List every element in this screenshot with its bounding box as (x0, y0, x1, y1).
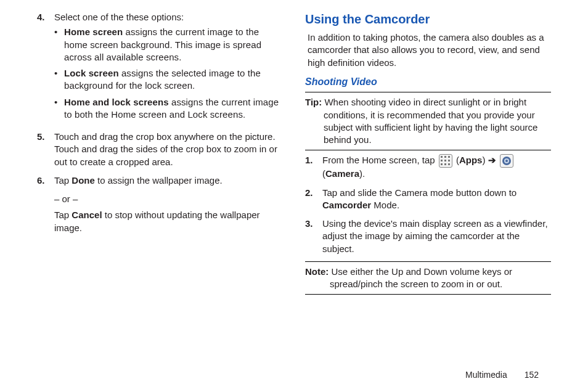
note-lead: Note: (305, 266, 329, 277)
divider (305, 92, 551, 92)
svg-point-11 (505, 160, 508, 162)
step-number: 4. (37, 11, 54, 125)
tip-body: When shooting video in direct sunlight o… (322, 97, 537, 145)
bullet-text: Lock screen assigns the selected image t… (64, 67, 283, 92)
step-r1: 1. From the Home screen, tap (Apps) ➔ (C… (305, 154, 551, 180)
columns: 4. Select one of the these options: • Ho… (37, 11, 551, 298)
note-text: Note: Use either the Up and Down volume … (305, 266, 551, 291)
step-body: Touch and drag the crop box anywhere on … (54, 131, 283, 168)
step-body: Tap and slide the Camera mode button dow… (322, 187, 551, 212)
step-6-done: Done (71, 175, 95, 186)
bullet-text: Home screen assigns the current image to… (64, 26, 283, 63)
bullet-dot: • (54, 96, 64, 121)
apps-icon (439, 154, 452, 168)
manual-page: 4. Select one of the these options: • Ho… (0, 0, 588, 392)
bullet-dot: • (54, 67, 64, 92)
step-5: 5. Touch and drag the crop box anywhere … (37, 131, 283, 168)
bullet-text: Home and lock screens assigns the curren… (64, 96, 283, 121)
svg-rect-1 (444, 156, 446, 158)
step-r2-pre: Tap and slide the Camera mode button dow… (322, 187, 517, 198)
note-block: Note: Use either the Up and Down volume … (305, 266, 551, 291)
svg-rect-0 (441, 156, 443, 158)
step-4-bullets: • Home screen assigns the current image … (54, 26, 283, 121)
section-heading: Using the Camcorder (305, 11, 551, 28)
step-4-lead: Select one of the these options: (54, 12, 184, 22)
step-body: Select one of the these options: • Home … (54, 11, 283, 125)
section-intro: In addition to taking photos, the camera… (308, 31, 551, 69)
svg-rect-7 (444, 163, 446, 165)
steps-list-left: 4. Select one of the these options: • Ho… (37, 11, 283, 234)
svg-rect-8 (448, 163, 450, 165)
right-column: Using the Camcorder In addition to takin… (305, 11, 551, 298)
arrow-icon: ➔ (485, 155, 498, 165)
svg-rect-2 (448, 156, 450, 158)
steps-list-right: 1. From the Home screen, tap (Apps) ➔ (C… (305, 154, 551, 255)
step-6-cancel-bold: Cancel (71, 210, 102, 220)
camera-label: Camera (325, 168, 359, 179)
subsection-heading: Shooting Video (305, 75, 551, 89)
apps-label: Apps (459, 155, 483, 165)
step-4: 4. Select one of the these options: • Ho… (37, 11, 283, 125)
step-6: 6. Tap Done to assign the wallpaper imag… (37, 174, 283, 187)
camera-icon (500, 154, 513, 168)
bullet-home-and-lock: • Home and lock screens assigns the curr… (54, 96, 283, 121)
step-r2-bold: Camcorder (322, 200, 371, 210)
bullet-home-screen: • Home screen assigns the current image … (54, 26, 283, 63)
tip-lead: Tip: (305, 97, 322, 107)
note-body: Use either the Up and Down volume keys o… (329, 266, 512, 289)
bullet-lock-screen: • Lock screen assigns the selected image… (54, 67, 283, 92)
bullet-dot: • (54, 26, 64, 63)
left-column: 4. Select one of the these options: • Ho… (37, 11, 283, 298)
step-6-cancel: Tap Cancel to stop without updating the … (54, 209, 283, 234)
tip-block: Tip: When shooting video in direct sunli… (305, 96, 551, 146)
step-r1-pre: From the Home screen, tap (322, 155, 438, 165)
step-6-pre: Tap (54, 175, 71, 186)
step-r2: 2. Tap and slide the Camera mode button … (305, 187, 551, 212)
svg-rect-3 (441, 160, 443, 161)
step-number: 1. (305, 154, 322, 180)
bullet-bold: Home and lock screens (64, 97, 169, 107)
step-number: 5. (37, 131, 54, 168)
step-body: From the Home screen, tap (Apps) ➔ (Came… (322, 154, 551, 180)
step-6-post1: to assign the wallpaper image. (95, 175, 223, 186)
step-r3: 3. Using the device's main display scree… (305, 218, 551, 255)
step-number: 2. (305, 187, 322, 212)
tip-text: Tip: When shooting video in direct sunli… (305, 96, 551, 146)
step-r2-post: Mode. (371, 200, 399, 210)
bullet-bold: Home screen (64, 27, 123, 37)
step-r1-post: . (362, 168, 365, 179)
footer-page-number: 152 (525, 370, 539, 380)
step-body: Tap Done to assign the wallpaper image. (54, 174, 283, 187)
svg-rect-6 (441, 163, 443, 165)
step-number: 3. (305, 218, 322, 255)
bullet-bold: Lock screen (64, 68, 119, 78)
step-6-pre2: Tap (54, 210, 71, 220)
page-footer: Multimedia 152 (465, 369, 539, 381)
svg-rect-4 (444, 160, 446, 161)
footer-section: Multimedia (465, 370, 507, 380)
svg-rect-5 (448, 160, 450, 161)
divider (305, 294, 551, 295)
divider (305, 150, 551, 150)
step-6-or: – or – (54, 193, 283, 205)
divider (305, 261, 551, 262)
step-body: Using the device's main display screen a… (322, 218, 551, 255)
step-number: 6. (37, 174, 54, 187)
